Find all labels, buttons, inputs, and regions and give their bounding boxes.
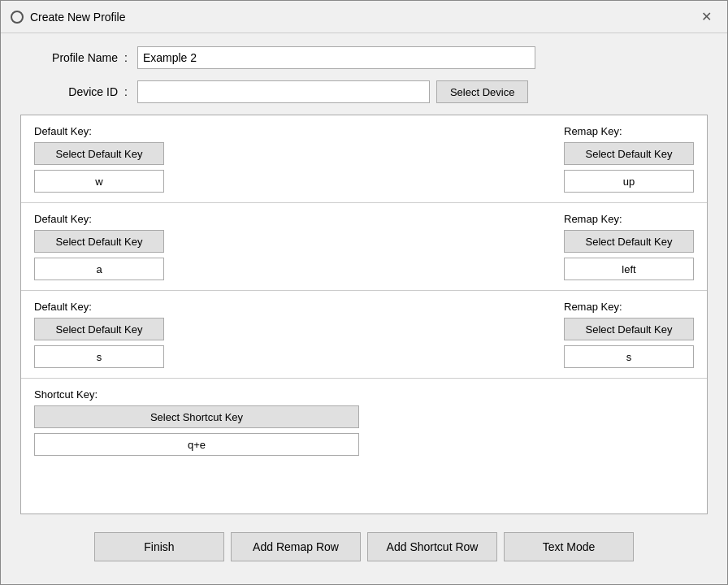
shortcut-key-label: Shortcut Key: <box>34 388 359 401</box>
default-key-label-3: Default Key: <box>34 301 164 313</box>
mapping-row-2: Default Key: Select Default Key Remap Ke… <box>21 203 707 291</box>
select-shortcut-btn[interactable]: Select Shortcut Key <box>34 405 359 428</box>
content-area: Profile Name : Device ID : Select Device… <box>1 33 727 584</box>
mapping-scroll-area: Default Key: Select Default Key Remap Ke… <box>20 115 708 514</box>
main-window: Create New Profile ✕ Profile Name : Devi… <box>0 0 728 585</box>
default-key-section-1: Default Key: Select Default Key <box>34 125 164 193</box>
default-key-value-3[interactable] <box>34 345 164 368</box>
window-title: Create New Profile <box>30 11 126 24</box>
select-default-key-btn-1[interactable]: Select Default Key <box>34 142 164 165</box>
device-id-row: Device ID : Select Device <box>20 80 708 103</box>
add-remap-row-button[interactable]: Add Remap Row <box>231 532 361 561</box>
select-remap-key-btn-2[interactable]: Select Default Key <box>564 230 694 253</box>
mapping-row-3: Default Key: Select Default Key Remap Ke… <box>21 291 707 379</box>
device-id-input[interactable] <box>137 80 430 103</box>
select-default-key-btn-3[interactable]: Select Default Key <box>34 318 164 340</box>
remap-key-label-2: Remap Key: <box>564 213 694 225</box>
footer-buttons: Finish Add Remap Row Add Shortcut Row Te… <box>20 526 708 571</box>
remap-key-value-2[interactable] <box>564 258 694 280</box>
remap-key-section-1: Remap Key: Select Default Key <box>564 125 694 193</box>
select-default-key-btn-2[interactable]: Select Default Key <box>34 230 164 253</box>
scroll-container[interactable]: Default Key: Select Default Key Remap Ke… <box>21 115 707 514</box>
add-shortcut-row-button[interactable]: Add Shortcut Row <box>367 532 497 561</box>
shortcut-row: Shortcut Key: Select Shortcut Key <box>21 379 707 466</box>
default-key-label-1: Default Key: <box>34 125 164 137</box>
remap-key-section-2: Remap Key: Select Default Key <box>564 213 694 280</box>
title-bar-left: Create New Profile <box>11 11 126 24</box>
profile-name-label: Profile Name <box>20 51 118 64</box>
shortcut-value-input[interactable] <box>34 433 359 456</box>
select-remap-key-btn-3[interactable]: Select Default Key <box>564 318 694 340</box>
close-button[interactable]: ✕ <box>695 6 717 28</box>
default-key-value-2[interactable] <box>34 258 164 280</box>
remap-key-label-1: Remap Key: <box>564 125 694 137</box>
text-mode-button[interactable]: Text Mode <box>504 532 634 561</box>
remap-key-value-1[interactable] <box>564 170 694 193</box>
default-key-section-3: Default Key: Select Default Key <box>34 301 164 368</box>
finish-button[interactable]: Finish <box>94 532 224 561</box>
mapping-row-1: Default Key: Select Default Key Remap Ke… <box>21 115 707 203</box>
default-key-label-2: Default Key: <box>34 213 164 225</box>
title-bar: Create New Profile ✕ <box>1 1 727 33</box>
shortcut-key-section: Shortcut Key: Select Shortcut Key <box>34 388 359 456</box>
select-device-button[interactable]: Select Device <box>436 80 528 103</box>
select-remap-key-btn-1[interactable]: Select Default Key <box>564 142 694 165</box>
profile-name-input[interactable] <box>137 46 535 69</box>
remap-key-label-3: Remap Key: <box>564 301 694 313</box>
default-key-section-2: Default Key: Select Default Key <box>34 213 164 280</box>
profile-name-colon: : <box>124 51 128 64</box>
profile-name-row: Profile Name : <box>20 46 708 69</box>
device-id-colon: : <box>124 85 128 98</box>
default-key-value-1[interactable] <box>34 170 164 193</box>
device-id-label: Device ID <box>20 85 118 98</box>
remap-key-section-3: Remap Key: Select Default Key <box>564 301 694 368</box>
remap-key-value-3[interactable] <box>564 345 694 368</box>
window-icon <box>11 11 24 24</box>
